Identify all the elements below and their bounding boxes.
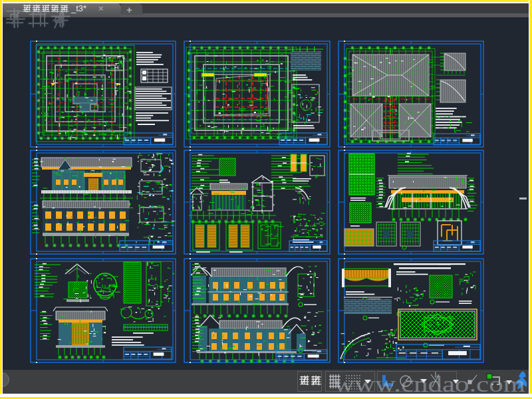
svg-text:www.cndao.com: www.cndao.com [334, 372, 525, 396]
